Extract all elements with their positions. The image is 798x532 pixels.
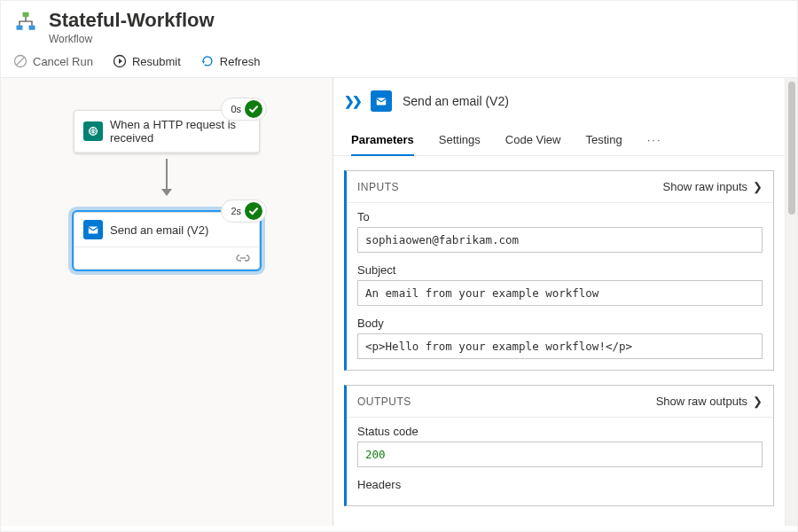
connector-arrow bbox=[1, 159, 332, 196]
resubmit-button[interactable]: Resubmit bbox=[113, 54, 181, 68]
panel-title: Send an email (V2) bbox=[403, 94, 509, 108]
details-panel: ❯❯ Send an email (V2) Parameters Setting… bbox=[333, 78, 785, 526]
refresh-icon bbox=[200, 54, 215, 68]
cancel-run-label: Cancel Run bbox=[33, 55, 93, 68]
tab-more[interactable]: ··· bbox=[647, 128, 662, 155]
page-header: Stateful-Workflow Workflow bbox=[1, 1, 797, 49]
success-check-icon bbox=[245, 202, 262, 220]
workflow-icon bbox=[13, 10, 38, 35]
inputs-subject-label: Subject bbox=[357, 263, 763, 277]
refresh-button[interactable]: Refresh bbox=[200, 54, 261, 68]
tab-testing[interactable]: Testing bbox=[585, 128, 622, 155]
success-check-icon bbox=[245, 100, 262, 118]
inputs-to-label: To bbox=[357, 210, 763, 223]
tab-code-view[interactable]: Code View bbox=[505, 128, 561, 155]
action-node-label: Send an email (V2) bbox=[110, 223, 208, 237]
cancel-run-button: Cancel Run bbox=[13, 54, 93, 68]
http-trigger-icon bbox=[83, 121, 103, 141]
refresh-label: Refresh bbox=[220, 55, 261, 68]
inputs-section: INPUTS Show raw inputs ❯ To sophiaowen@f… bbox=[344, 170, 774, 371]
outputs-status-value[interactable]: 200 bbox=[357, 442, 763, 467]
inputs-to-value[interactable]: sophiaowen@fabrikam.com bbox=[357, 227, 763, 253]
tab-settings[interactable]: Settings bbox=[439, 128, 481, 155]
outputs-heading: OUTPUTS bbox=[357, 395, 411, 408]
show-raw-outputs-link[interactable]: Show raw outputs ❯ bbox=[656, 395, 763, 408]
svg-rect-0 bbox=[23, 12, 29, 17]
outlook-icon bbox=[83, 220, 103, 239]
action-duration: 2s bbox=[231, 206, 241, 216]
trigger-node-label: When a HTTP request is received bbox=[110, 118, 250, 145]
command-bar: Cancel Run Resubmit Refresh bbox=[1, 49, 797, 78]
collapse-panel-button[interactable]: ❯❯ bbox=[344, 94, 360, 108]
chevron-right-icon: ❯ bbox=[753, 180, 763, 193]
svg-rect-2 bbox=[29, 26, 35, 30]
outlook-icon bbox=[371, 90, 392, 112]
scrollbar-thumb[interactable] bbox=[788, 82, 795, 215]
page-title: Stateful-Workflow bbox=[49, 10, 215, 31]
resubmit-label: Resubmit bbox=[132, 55, 181, 68]
inputs-heading: INPUTS bbox=[357, 181, 399, 193]
link-icon bbox=[236, 250, 250, 266]
resubmit-icon bbox=[113, 54, 127, 68]
outputs-headers-label: Headers bbox=[357, 478, 763, 491]
svg-marker-6 bbox=[119, 59, 122, 64]
action-node[interactable]: 2s Send an email (V2) bbox=[74, 212, 260, 270]
inputs-subject-value[interactable]: An email from your example workflow bbox=[357, 280, 763, 306]
chevron-right-icon: ❯ bbox=[753, 395, 763, 408]
page-subtitle: Workflow bbox=[49, 33, 215, 45]
outputs-section: OUTPUTS Show raw outputs ❯ Status code 2… bbox=[344, 385, 774, 506]
svg-line-4 bbox=[17, 58, 25, 66]
svg-marker-7 bbox=[202, 61, 205, 64]
trigger-duration: 0s bbox=[231, 104, 241, 114]
tab-parameters[interactable]: Parameters bbox=[351, 128, 414, 155]
trigger-node[interactable]: 0s When a HTTP request is received bbox=[74, 110, 260, 153]
inputs-body-value[interactable]: <p>Hello from your example workflow!</p> bbox=[357, 333, 763, 359]
designer-canvas[interactable]: 0s When a HTTP request is received 2s bbox=[1, 78, 333, 526]
svg-rect-1 bbox=[17, 26, 23, 30]
cancel-icon bbox=[13, 54, 27, 68]
show-raw-inputs-link[interactable]: Show raw inputs ❯ bbox=[663, 180, 763, 193]
panel-tabs: Parameters Settings Code View Testing ··… bbox=[333, 121, 785, 156]
outputs-status-label: Status code bbox=[357, 425, 763, 438]
action-status-pill: 2s bbox=[221, 200, 267, 223]
vertical-scrollbar[interactable] bbox=[785, 78, 797, 526]
trigger-status-pill: 0s bbox=[221, 98, 267, 121]
inputs-body-label: Body bbox=[357, 317, 763, 330]
